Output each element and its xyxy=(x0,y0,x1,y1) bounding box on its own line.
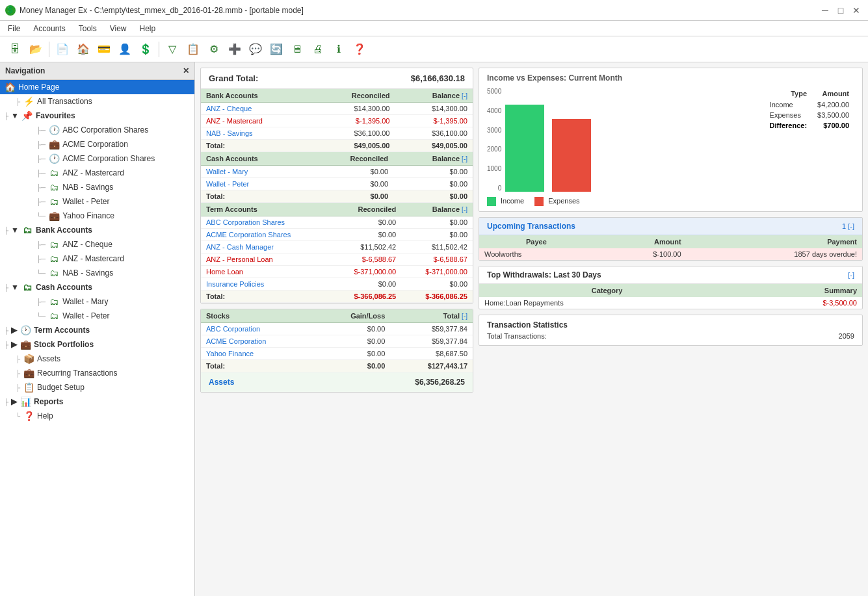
sidebar-item-abc-corp-shares[interactable]: ├─ 🕐 ABC Corporation Shares xyxy=(0,123,194,137)
wallet-mary-link[interactable]: Wallet - Mary xyxy=(201,166,309,178)
toolbar-sep-1 xyxy=(49,42,49,57)
sidebar-item-wallet-peter2[interactable]: └─ 🗂 Wallet - Peter xyxy=(0,309,194,323)
sidebar-item-help[interactable]: └ ❓ Help xyxy=(0,409,194,423)
sidebar-item-yahoo-finance[interactable]: └─ 💼 Yahoo Finance xyxy=(0,209,194,223)
sidebar-item-wallet-peter[interactable]: ├─ 🗂 Wallet - Peter xyxy=(0,194,194,209)
menu-accounts[interactable]: Accounts xyxy=(31,23,68,34)
toolbar-filter[interactable]: ▽ xyxy=(163,40,182,59)
anz-mastercard-link[interactable]: ANZ - Mastercard xyxy=(201,115,313,127)
sidebar-item-budget-setup[interactable]: ├ 📋 Budget Setup xyxy=(0,380,194,395)
card2-icon: 🗂 xyxy=(48,168,60,178)
maximize-button[interactable]: □ xyxy=(834,4,847,17)
anz-cash-link[interactable]: ANZ - Cash Manager xyxy=(201,241,330,253)
favourites-icon: 📌 xyxy=(21,110,33,121)
stocks-header: Stocks xyxy=(201,309,317,323)
cash-total-row: Total: $0.00 $0.00 xyxy=(201,190,473,203)
toolbar-database[interactable]: 🗄 xyxy=(5,40,25,59)
sidebar-item-anz-mastercard2[interactable]: ├─ 🗂 ANZ - Mastercard xyxy=(0,252,194,266)
chart-data-table: Type Amount Income $4,200.00 E xyxy=(765,88,854,131)
close-button[interactable]: ✕ xyxy=(850,4,863,17)
minimize-button[interactable]: ─ xyxy=(819,4,832,17)
acme-corp-link[interactable]: ACME Corporation xyxy=(201,335,317,348)
tree-line: ├─ xyxy=(36,255,46,263)
menu-help[interactable]: Help xyxy=(137,23,159,34)
anz-cheque-link[interactable]: ANZ - Cheque xyxy=(201,103,313,115)
sidebar-cash-accounts-label: Cash Accounts xyxy=(36,283,92,292)
toolbar-home[interactable]: 🏠 xyxy=(73,40,93,59)
anz-cash-balance: $11,502.42 xyxy=(401,241,473,253)
sidebar-item-anz-mastercard[interactable]: ├─ 🗂 ANZ - Mastercard xyxy=(0,166,194,180)
tree-line: ├ xyxy=(4,341,8,348)
home-loan-link[interactable]: Home Loan xyxy=(201,266,330,278)
toolbar-refresh[interactable]: 🔄 xyxy=(267,40,286,59)
expenses-legend-label: Expenses xyxy=(548,197,579,205)
term-collapse-btn[interactable]: [-] xyxy=(462,206,467,213)
nab-savings-link[interactable]: NAB - Savings xyxy=(201,127,313,140)
withdrawal-summary-header: Summary xyxy=(735,284,862,297)
wallet-peter-link[interactable]: Wallet - Peter xyxy=(201,178,309,190)
sidebar-item-term-accounts[interactable]: ├ ▶ 🕐 Term Accounts xyxy=(0,323,194,337)
sidebar-item-nab-savings2[interactable]: └─ 🗂 NAB - Savings xyxy=(0,266,194,280)
toolbar-message[interactable]: 💬 xyxy=(246,40,265,59)
bank-collapse-btn[interactable]: [-] xyxy=(462,92,467,99)
abc-corp-link[interactable]: ABC Corporation xyxy=(201,323,317,335)
sidebar-anz-mastercard2-label: ANZ - Mastercard xyxy=(62,254,124,263)
toolbar-monitor[interactable]: 🖥 xyxy=(287,40,307,59)
sidebar-item-wallet-mary[interactable]: ├─ 🗂 Wallet - Mary xyxy=(0,294,194,309)
titlebar-left: 💲 Money Manager Ex - C:\empty\test_mmex_… xyxy=(5,5,304,16)
sidebar-item-stock-portfolios[interactable]: ├ ▶ 💼 Stock Portfolios xyxy=(0,337,194,352)
chart-expenses-amount: $3,500.00 xyxy=(812,110,854,120)
toolbar-paste[interactable]: 📋 xyxy=(183,40,203,59)
insurance-link[interactable]: Insurance Policies xyxy=(201,278,330,291)
titlebar-controls[interactable]: ─ □ ✕ xyxy=(819,4,863,17)
sidebar-item-recurring[interactable]: ├ 💼 Recurring Transactions xyxy=(0,366,194,380)
toolbar-user[interactable]: 👤 xyxy=(115,40,135,59)
sidebar-item-acme-corp-shares[interactable]: ├─ 🕐 ACME Corporation Shares xyxy=(0,151,194,166)
table-row: Yahoo Finance $0.00 $8,687.50 xyxy=(201,348,473,360)
tree-line: ├─ xyxy=(36,298,46,305)
sidebar-close-button[interactable]: ✕ xyxy=(183,66,189,75)
upcoming-collapse-btn[interactable]: [-] xyxy=(848,222,854,230)
cash-collapse-btn[interactable]: [-] xyxy=(462,155,467,162)
stock-icon: 💼 xyxy=(20,339,31,350)
yahoo-icon: 💼 xyxy=(48,211,60,221)
top-withdrawals-collapse-btn[interactable]: [-] xyxy=(848,271,854,279)
toolbar-open[interactable]: 📂 xyxy=(26,40,46,59)
sidebar-item-nab-savings[interactable]: ├─ 🗂 NAB - Savings xyxy=(0,180,194,194)
toolbar-print[interactable]: 🖨 xyxy=(308,40,328,59)
sidebar-item-anz-cheque[interactable]: ├─ 🗂 ANZ - Cheque xyxy=(0,237,194,252)
table-row: ANZ - Cheque $14,300.00 $14,300.00 xyxy=(201,103,473,115)
sidebar-item-reports[interactable]: ├ ▶ 📊 Reports xyxy=(0,395,194,409)
acme-corp-shares-link[interactable]: ACME Corporation Shares xyxy=(201,229,330,241)
sidebar-item-home[interactable]: 🏠 Home Page xyxy=(0,80,194,94)
toolbar-new[interactable]: 📄 xyxy=(53,40,72,59)
menu-view[interactable]: View xyxy=(107,23,129,34)
toolbar-add[interactable]: ➕ xyxy=(225,40,244,59)
sidebar-item-all-transactions[interactable]: ├ ⚡ All Transactions xyxy=(0,94,194,109)
tree-line: ├ xyxy=(16,384,20,391)
sidebar-wallet-peter-label: Wallet - Peter xyxy=(62,197,109,206)
anz-loan-link[interactable]: ANZ - Personal Loan xyxy=(201,253,330,266)
sidebar-item-acme-corp[interactable]: ├─ 💼 ACME Corporation xyxy=(0,137,194,151)
toolbar-card[interactable]: 💳 xyxy=(94,40,114,59)
abc-corp-shares-link[interactable]: ABC Corporation Shares xyxy=(201,216,330,229)
menu-file[interactable]: File xyxy=(5,23,23,34)
upcoming-row-woolworths: Woolworths $-100.00 1857 days overdue! xyxy=(479,248,862,260)
toolbar-currency[interactable]: 💲 xyxy=(136,40,155,59)
stocks-collapse-btn[interactable]: [-] xyxy=(462,313,467,320)
toolbar-settings[interactable]: ⚙ xyxy=(204,40,224,59)
upcoming-header: Upcoming Transactions 1 [-] xyxy=(479,218,862,235)
yahoo-link[interactable]: Yahoo Finance xyxy=(201,348,317,360)
sidebar-item-bank-accounts[interactable]: ├ ▼ 🗂 Bank Accounts xyxy=(0,223,194,237)
sidebar-item-assets[interactable]: ├ 📦 Assets xyxy=(0,352,194,366)
assets-link[interactable]: Assets xyxy=(209,378,234,387)
sidebar-yahoo-finance-label: Yahoo Finance xyxy=(62,211,114,220)
toolbar-help[interactable]: ❓ xyxy=(350,40,369,59)
sidebar-item-favourites[interactable]: ├ ▼ 📌 Favourites xyxy=(0,109,194,123)
chart-income-amount: $4,200.00 xyxy=(812,99,854,110)
toolbar-info[interactable]: ℹ xyxy=(329,40,349,59)
sidebar-item-cash-accounts[interactable]: ├ ▼ 🗂 Cash Accounts xyxy=(0,280,194,294)
expand3-icon: ▼ xyxy=(11,283,19,292)
menu-tools[interactable]: Tools xyxy=(76,23,99,34)
term-total-balance: $-366,086.25 xyxy=(401,291,473,303)
